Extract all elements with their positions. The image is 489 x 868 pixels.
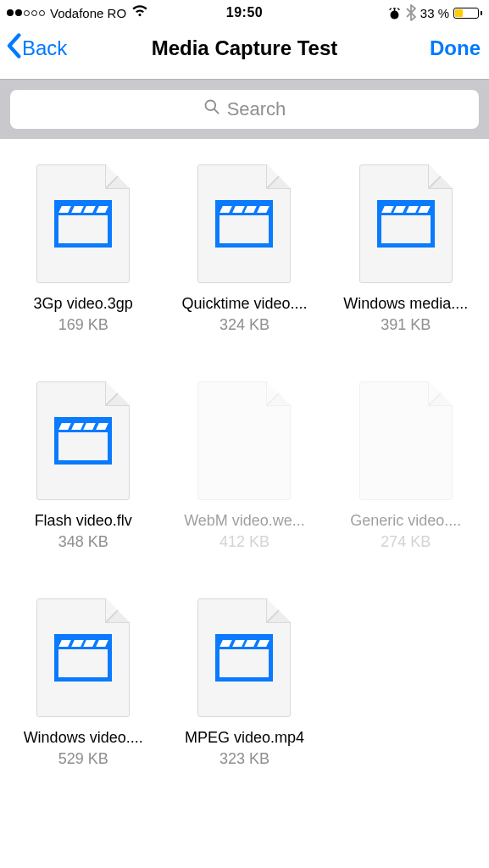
file-item[interactable]: 3Gp video.3gp169 KB bbox=[8, 164, 158, 334]
file-thumbnail bbox=[36, 164, 130, 283]
page-fold-icon bbox=[428, 165, 452, 189]
file-thumbnail bbox=[359, 164, 453, 283]
file-thumbnail bbox=[197, 598, 291, 717]
file-size-label: 169 KB bbox=[58, 316, 108, 334]
file-size-label: 274 KB bbox=[381, 533, 431, 551]
video-clapper-icon bbox=[215, 200, 273, 248]
carrier-label: Vodafone RO bbox=[50, 6, 126, 20]
battery-percent: 33 % bbox=[420, 6, 449, 20]
video-clapper-icon bbox=[215, 634, 273, 682]
search-icon bbox=[203, 98, 220, 120]
page-fold-icon bbox=[266, 599, 290, 623]
file-name-label: WebM video.we... bbox=[184, 512, 305, 530]
file-size-label: 391 KB bbox=[381, 316, 431, 334]
file-name-label: 3Gp video.3gp bbox=[34, 295, 133, 313]
navigation-bar: Back Media Capture Test Done bbox=[0, 25, 489, 80]
file-thumbnail bbox=[359, 381, 453, 500]
file-thumbnail bbox=[197, 164, 291, 283]
file-thumbnail bbox=[36, 598, 130, 717]
search-bar-container: Search bbox=[0, 80, 489, 139]
page-title: Media Capture Test bbox=[152, 36, 338, 60]
file-grid: 3Gp video.3gp169 KBQuicktime video....32… bbox=[0, 139, 489, 768]
file-name-label: Windows media.... bbox=[343, 295, 468, 313]
page-fold-icon bbox=[105, 382, 129, 406]
video-clapper-icon bbox=[377, 200, 435, 248]
page-fold-icon bbox=[266, 382, 290, 406]
video-clapper-icon bbox=[54, 200, 112, 248]
file-item[interactable]: Flash video.flv348 KB bbox=[8, 381, 158, 551]
file-name-label: Flash video.flv bbox=[35, 512, 132, 530]
file-item[interactable]: WebM video.we...412 KB bbox=[169, 381, 319, 551]
file-item[interactable]: Quicktime video....324 KB bbox=[169, 164, 319, 334]
file-item[interactable]: MPEG video.mp4323 KB bbox=[169, 598, 319, 768]
battery-icon bbox=[453, 8, 482, 19]
svg-line-1 bbox=[214, 109, 218, 114]
back-button[interactable]: Back bbox=[5, 33, 67, 64]
page-fold-icon bbox=[428, 382, 452, 406]
file-thumbnail bbox=[197, 381, 291, 500]
page-fold-icon bbox=[266, 165, 290, 189]
file-size-label: 323 KB bbox=[219, 750, 270, 768]
alarm-icon bbox=[387, 6, 402, 20]
page-fold-icon bbox=[105, 599, 129, 623]
file-size-label: 348 KB bbox=[58, 533, 108, 551]
back-label: Back bbox=[22, 36, 67, 60]
file-item[interactable]: Generic video....274 KB bbox=[331, 381, 481, 551]
file-name-label: Windows video.... bbox=[24, 729, 143, 747]
search-placeholder: Search bbox=[227, 98, 286, 120]
video-clapper-icon bbox=[54, 417, 112, 465]
chevron-left-icon bbox=[5, 33, 22, 64]
file-item[interactable]: Windows media....391 KB bbox=[331, 164, 481, 334]
status-bar: Vodafone RO 19:50 33 % bbox=[0, 0, 489, 25]
done-button[interactable]: Done bbox=[430, 36, 481, 60]
video-clapper-icon bbox=[54, 634, 112, 682]
bluetooth-icon bbox=[406, 4, 416, 21]
search-input[interactable]: Search bbox=[10, 90, 479, 129]
signal-strength-icon bbox=[7, 9, 45, 16]
file-name-label: MPEG video.mp4 bbox=[185, 729, 304, 747]
file-thumbnail bbox=[36, 381, 130, 500]
wifi-icon bbox=[131, 5, 148, 20]
file-size-label: 324 KB bbox=[219, 316, 270, 334]
file-size-label: 412 KB bbox=[219, 533, 270, 551]
page-fold-icon bbox=[105, 165, 129, 189]
file-size-label: 529 KB bbox=[58, 750, 108, 768]
battery-fill bbox=[455, 9, 463, 17]
file-name-label: Quicktime video.... bbox=[181, 295, 307, 313]
clock-time: 19:50 bbox=[226, 5, 263, 20]
file-item[interactable]: Windows video....529 KB bbox=[8, 598, 158, 768]
file-name-label: Generic video.... bbox=[350, 512, 461, 530]
